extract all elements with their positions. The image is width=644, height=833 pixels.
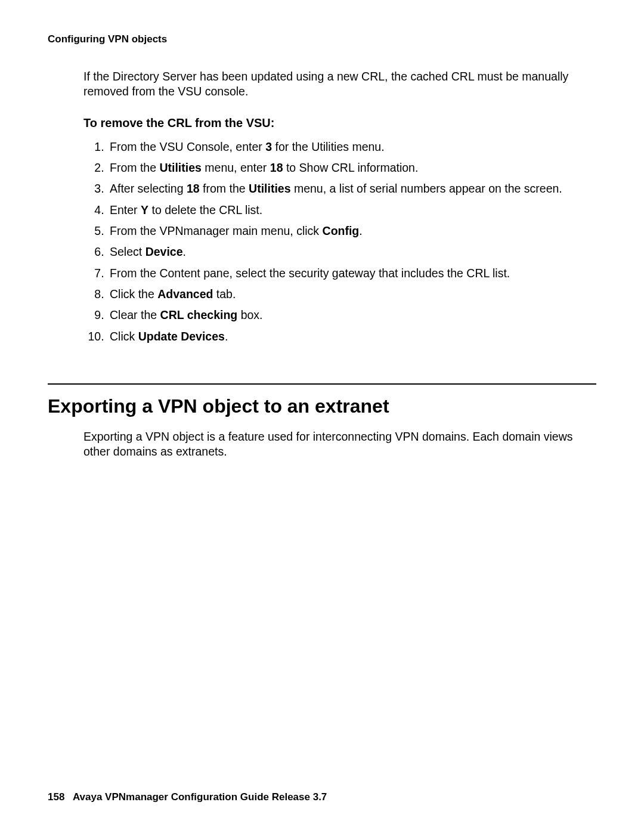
procedure-steps: From the VSU Console, enter 3 for the Ut… (83, 140, 596, 344)
intro-paragraph: If the Directory Server has been updated… (83, 69, 596, 100)
page: Configuring VPN objects If the Directory… (0, 0, 644, 833)
step-item: Clear the CRL checking box. (107, 308, 596, 323)
page-footer: 158 Avaya VPNmanager Configuration Guide… (48, 791, 327, 803)
running-head: Configuring VPN objects (48, 33, 596, 45)
step-item: From the Content pane, select the securi… (107, 266, 596, 281)
step-item: Click Update Devices. (107, 329, 596, 344)
step-item: From the VSU Console, enter 3 for the Ut… (107, 140, 596, 154)
step-item: Click the Advanced tab. (107, 287, 596, 302)
step-item: Enter Y to delete the CRL list. (107, 203, 596, 218)
step-item: From the Utilities menu, enter 18 to Sho… (107, 160, 596, 175)
page-number: 158 (48, 791, 64, 803)
section-body: Exporting a VPN object is a feature used… (83, 429, 596, 460)
section-divider (48, 383, 596, 385)
step-item: Select Device. (107, 244, 596, 259)
section-heading: Exporting a VPN object to an extranet (48, 395, 596, 417)
step-item: From the VPNmanager main menu, click Con… (107, 224, 596, 239)
step-item: After selecting 18 from the Utilities me… (107, 181, 596, 196)
doc-title: Avaya VPNmanager Configuration Guide Rel… (73, 791, 327, 803)
procedure-title: To remove the CRL from the VSU: (83, 116, 596, 130)
